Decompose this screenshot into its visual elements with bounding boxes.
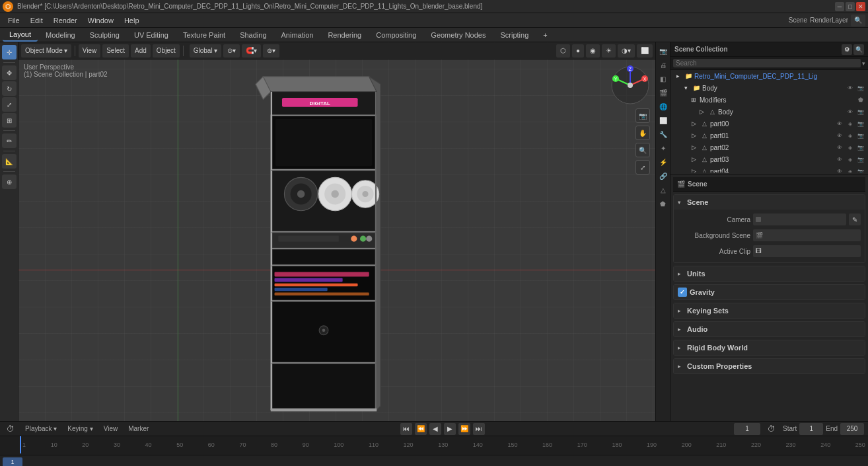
keying-menu[interactable]: Keying ▾ xyxy=(65,424,95,433)
playback-menu[interactable]: Playback ▾ xyxy=(22,424,59,433)
outliner-part00[interactable]: ▷ △ part00 👁 ◈ 📷 xyxy=(670,118,868,130)
jump-prev-keyframe[interactable]: ⏪ xyxy=(415,423,427,435)
outliner-part02[interactable]: ▷ △ part02 👁 ◈ 📷 xyxy=(670,141,868,153)
outliner-body-mesh[interactable]: ▷ △ Body 👁 📷 xyxy=(670,106,868,118)
object-data-icon[interactable]: △ xyxy=(657,184,669,196)
overlay-button[interactable]: ◑▾ xyxy=(618,44,635,58)
menu-render[interactable]: Render xyxy=(48,13,83,28)
camera-value[interactable] xyxy=(753,214,846,225)
viewport-shading-material[interactable]: ◉ xyxy=(586,44,600,58)
tab-uv-editing[interactable]: UV Editing xyxy=(127,28,175,42)
pivot-button[interactable]: ⊙▾ xyxy=(223,44,240,58)
outliner-collection-root[interactable]: ▸ 📁 Retro_Mini_Computer_DEC_PDP_11_Lig xyxy=(670,70,868,82)
rotate-tool-button[interactable]: ↻ xyxy=(2,81,17,96)
timeline-frame-strip[interactable]: 1 xyxy=(0,455,868,466)
jump-end-button[interactable]: ⏭ xyxy=(473,423,485,435)
tab-compositing[interactable]: Compositing xyxy=(369,28,423,42)
part03-visibility-icon[interactable]: 👁 xyxy=(835,155,844,164)
units-section-header[interactable]: ▸ Units xyxy=(674,266,865,281)
audio-header[interactable]: ▸ Audio xyxy=(674,322,865,336)
part04-render-icon[interactable]: 📷 xyxy=(856,167,865,173)
measure-tool-button[interactable]: 📐 xyxy=(2,154,17,169)
view-menu[interactable]: View xyxy=(79,44,101,58)
jump-next-keyframe[interactable]: ⏩ xyxy=(458,423,470,435)
part00-select-icon[interactable]: ◈ xyxy=(846,119,855,128)
part03-render-icon[interactable]: 📷 xyxy=(856,155,865,164)
menu-file[interactable]: File xyxy=(3,13,25,28)
bodymesh-visibility-icon[interactable]: 👁 xyxy=(846,107,855,116)
current-frame-input[interactable]: 1 xyxy=(734,423,760,435)
fullscreen-icon[interactable]: ⤢ xyxy=(635,160,650,175)
modifiers-extra-icon[interactable]: ⬟ xyxy=(856,95,865,104)
select-menu[interactable]: Select xyxy=(102,44,129,58)
outliner-search-icon[interactable]: 🔍 xyxy=(853,44,864,55)
outliner-filter-dropdown[interactable]: ▾ xyxy=(862,60,865,67)
particles-icon[interactable]: ✦ xyxy=(657,142,669,154)
part01-select-icon[interactable]: ◈ xyxy=(846,131,855,140)
navigation-gizmo[interactable]: X Y Z xyxy=(610,65,650,105)
part02-select-icon[interactable]: ◈ xyxy=(846,143,855,152)
part01-visibility-icon[interactable]: 👁 xyxy=(835,131,844,140)
menu-help[interactable]: Help xyxy=(119,13,145,28)
snap-button[interactable]: 🧲▾ xyxy=(242,44,261,58)
viewport-shading-rendered[interactable]: ☀ xyxy=(602,44,616,58)
active-clip-value[interactable]: 🎞 xyxy=(753,245,861,257)
tab-shading[interactable]: Shading xyxy=(233,28,273,42)
jump-start-button[interactable]: ⏮ xyxy=(400,423,412,435)
modifier-properties-icon[interactable]: 🔧 xyxy=(657,128,669,140)
tab-texture-paint[interactable]: Texture Paint xyxy=(176,28,232,42)
timeline-track[interactable]: 1 10 20 30 40 50 60 70 80 90 100 110 120… xyxy=(0,436,868,455)
part04-select-icon[interactable]: ◈ xyxy=(846,167,855,173)
part02-visibility-icon[interactable]: 👁 xyxy=(835,143,844,152)
rigid-body-header[interactable]: ▸ Rigid Body World xyxy=(674,340,865,355)
annotate-tool-button[interactable]: ✏ xyxy=(2,134,17,148)
bg-scene-value[interactable]: 🎬 xyxy=(753,229,861,241)
outliner-part04[interactable]: ▷ △ part04 👁 ◈ 📷 xyxy=(670,165,868,173)
xray-button[interactable]: ⬜ xyxy=(637,44,653,58)
tab-sculpting[interactable]: Sculpting xyxy=(83,28,126,42)
view-layer-icon[interactable]: ◧ xyxy=(657,73,669,85)
outliner-body-collection[interactable]: ▾ 📁 Body 👁 📷 xyxy=(670,82,868,94)
tab-modeling[interactable]: Modeling xyxy=(39,28,82,42)
part04-visibility-icon[interactable]: 👁 xyxy=(835,167,844,173)
tab-rendering[interactable]: Rendering xyxy=(321,28,368,42)
camera-edit-icon[interactable]: ✎ xyxy=(849,214,861,225)
gravity-checkbox[interactable]: ✓ xyxy=(678,288,687,297)
part00-visibility-icon[interactable]: 👁 xyxy=(835,119,844,128)
outliner-filter-icon[interactable]: ⚙ xyxy=(842,44,852,55)
render-properties-icon[interactable]: 📷 xyxy=(657,45,669,57)
constraints-icon[interactable]: 🔗 xyxy=(657,170,669,182)
object-menu[interactable]: Object xyxy=(153,44,180,58)
viewport-shading-wire[interactable]: ⬡ xyxy=(556,44,570,58)
part00-render-icon[interactable]: 📷 xyxy=(856,119,865,128)
close-button[interactable]: ✕ xyxy=(856,2,865,11)
transform-tool-button[interactable]: ⊞ xyxy=(2,113,17,128)
global-orientation[interactable]: Global ▾ xyxy=(190,44,221,58)
bodymesh-render-icon[interactable]: 📷 xyxy=(856,107,865,116)
move-tool-button[interactable]: ✥ xyxy=(2,65,17,80)
body-visibility-icon[interactable]: 👁 xyxy=(846,83,855,93)
maximize-button[interactable]: □ xyxy=(846,2,855,11)
part02-render-icon[interactable]: 📷 xyxy=(856,143,865,152)
scene-section-header[interactable]: ▾ Scene xyxy=(674,195,865,210)
tab-geometry-nodes[interactable]: Geometry Nodes xyxy=(424,28,492,42)
menu-window[interactable]: Window xyxy=(83,13,119,28)
start-value[interactable]: 1 xyxy=(799,423,823,435)
current-frame-indicator[interactable]: 1 xyxy=(3,457,22,467)
hand-icon[interactable]: ✋ xyxy=(635,126,650,140)
scene-properties-icon[interactable]: 🎬 xyxy=(657,87,669,98)
mode-selector[interactable]: Object Mode ▾ xyxy=(21,44,71,58)
proportional-button[interactable]: ⊚▾ xyxy=(263,44,279,58)
add-menu[interactable]: Add xyxy=(131,44,151,58)
zoom-icon[interactable]: 🔍 xyxy=(635,143,650,157)
scale-tool-button[interactable]: ⤢ xyxy=(2,97,17,112)
physics-icon[interactable]: ⚡ xyxy=(657,156,669,168)
tab-add[interactable]: + xyxy=(536,28,554,42)
camera-view-icon[interactable]: 📷 xyxy=(635,108,650,123)
part03-select-icon[interactable]: ◈ xyxy=(846,155,855,164)
outliner-modifiers[interactable]: ⊞ Modifiers ⬟ xyxy=(670,94,868,106)
gravity-header[interactable]: ✓ Gravity xyxy=(674,285,865,299)
keying-sets-header[interactable]: ▸ Keying Sets xyxy=(674,303,865,318)
outliner-part03[interactable]: ▷ △ part03 👁 ◈ 📷 xyxy=(670,153,868,165)
tab-scripting[interactable]: Scripting xyxy=(493,28,535,42)
